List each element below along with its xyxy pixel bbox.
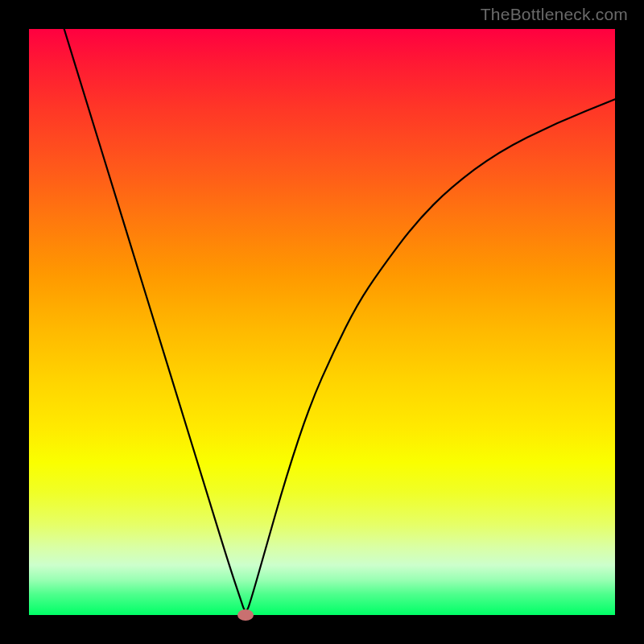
minimum-marker	[237, 609, 254, 621]
bottleneck-curve	[64, 29, 615, 611]
figure: TheBottleneck.com	[0, 0, 644, 644]
plot-area	[29, 29, 615, 615]
curve-svg	[29, 29, 615, 615]
watermark-text: TheBottleneck.com	[481, 5, 628, 24]
